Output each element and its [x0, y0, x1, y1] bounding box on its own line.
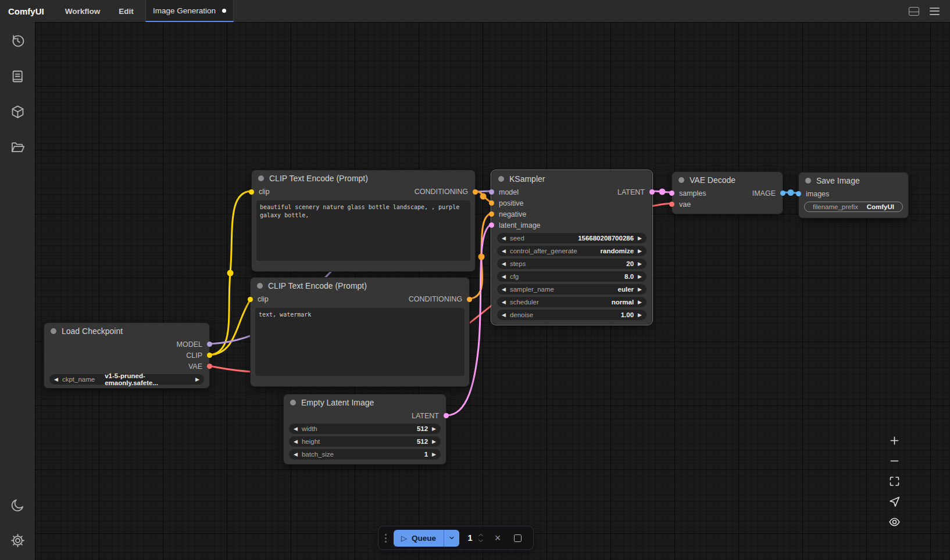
graph-canvas[interactable]: Load Checkpoint MODEL CLIP VAE ◀ ckpt_na…: [35, 22, 950, 560]
increment-arrow-icon[interactable]: ▶: [195, 377, 199, 382]
input-slot-negative[interactable]: [489, 211, 494, 217]
spinner-up-icon[interactable]: [478, 533, 484, 537]
widget-batch-size[interactable]: ◀ batch_size 1 ▶: [289, 449, 441, 460]
decrement-arrow-icon[interactable]: ◀: [502, 313, 506, 318]
node-ksampler[interactable]: KSampler model LATENT positive negative …: [491, 170, 652, 325]
toggle-link-visibility-button[interactable]: [886, 514, 902, 530]
collapse-dot-icon[interactable]: [678, 177, 684, 183]
decrement-arrow-icon[interactable]: ◀: [502, 249, 506, 254]
increment-arrow-icon[interactable]: ▶: [638, 261, 642, 267]
collapse-dot-icon[interactable]: [51, 328, 56, 334]
input-slot-images[interactable]: [796, 191, 801, 196]
sidebar-item-theme-toggle[interactable]: [6, 493, 29, 516]
increment-arrow-icon[interactable]: ▶: [638, 313, 642, 318]
input-slot-positive[interactable]: [489, 200, 494, 206]
decrement-arrow-icon[interactable]: ◀: [294, 452, 298, 457]
node-load-checkpoint[interactable]: Load Checkpoint MODEL CLIP VAE ◀ ckpt_na…: [44, 322, 210, 389]
widget-filename-prefix[interactable]: filename_prefix ComfyUI: [804, 202, 903, 212]
decrement-arrow-icon[interactable]: ◀: [502, 274, 506, 279]
widget-ckpt-name[interactable]: ◀ ckpt_name v1-5-pruned-emaonly.safete..…: [49, 374, 204, 385]
input-slot-model[interactable]: [489, 189, 494, 195]
batch-count-stepper[interactable]: 1: [465, 533, 485, 543]
decrement-arrow-icon[interactable]: ◀: [54, 377, 58, 382]
node-vae-decode[interactable]: VAE Decode samples IMAGE vae: [672, 171, 783, 214]
decrement-arrow-icon[interactable]: ◀: [502, 300, 506, 305]
queue-options-button[interactable]: [444, 530, 459, 547]
node-save-image[interactable]: Save Image images filename_prefix ComfyU…: [798, 172, 909, 218]
link-midpoint-dot[interactable]: [478, 254, 485, 260]
output-slot-latent[interactable]: [444, 413, 449, 418]
decrement-arrow-icon[interactable]: ◀: [294, 426, 298, 432]
increment-arrow-icon[interactable]: ▶: [432, 426, 436, 432]
spinner-down-icon[interactable]: [478, 539, 484, 543]
node-header[interactable]: VAE Decode: [672, 172, 783, 188]
collapse-dot-icon[interactable]: [498, 176, 504, 182]
decrement-arrow-icon[interactable]: ◀: [502, 261, 506, 267]
widget-seed[interactable]: ◀ seed 156680208700286 ▶: [497, 233, 647, 243]
increment-arrow-icon[interactable]: ▶: [638, 249, 642, 254]
widget-cfg[interactable]: ◀ cfg 8.0 ▶: [497, 271, 647, 282]
output-slot-latent[interactable]: [649, 189, 655, 195]
input-slot-samples[interactable]: [669, 191, 674, 196]
link-midpoint-dot[interactable]: [480, 193, 487, 200]
widget-steps[interactable]: ◀ steps 20 ▶: [497, 259, 647, 269]
increment-arrow-icon[interactable]: ▶: [638, 287, 642, 292]
node-header[interactable]: KSampler: [492, 171, 652, 186]
node-clip-text-encode-negative[interactable]: CLIP Text Encode (Prompt) clip CONDITION…: [250, 277, 470, 387]
link-midpoint-dot[interactable]: [788, 189, 794, 196]
output-slot-vae[interactable]: [207, 364, 212, 369]
node-header[interactable]: Load Checkpoint: [44, 323, 209, 339]
input-slot-latent-image[interactable]: [489, 222, 494, 228]
node-header[interactable]: CLIP Text Encode (Prompt): [251, 278, 469, 293]
increment-arrow-icon[interactable]: ▶: [638, 236, 642, 241]
output-slot-conditioning[interactable]: [473, 189, 478, 195]
drag-handle-icon[interactable]: [384, 532, 388, 545]
widget-control-after-generate[interactable]: ◀ control_after_generate randomize ▶: [497, 246, 647, 256]
link-latent-to-vaedecode[interactable]: [652, 191, 672, 192]
increment-arrow-icon[interactable]: ▶: [432, 439, 436, 444]
hamburger-menu-icon[interactable]: [930, 8, 940, 15]
collapse-dot-icon[interactable]: [257, 283, 263, 289]
stop-button[interactable]: [510, 531, 524, 545]
decrement-arrow-icon[interactable]: ◀: [502, 287, 506, 292]
increment-arrow-icon[interactable]: ▶: [638, 300, 642, 305]
panel-toggle-icon[interactable]: [909, 7, 919, 16]
output-slot-conditioning[interactable]: [467, 297, 472, 302]
output-slot-clip[interactable]: [207, 353, 212, 358]
zoom-in-button[interactable]: [886, 432, 902, 448]
widget-width[interactable]: ◀ width 512 ▶: [289, 423, 441, 434]
node-header[interactable]: Save Image: [799, 173, 908, 188]
fit-view-button[interactable]: [886, 473, 902, 489]
collapse-dot-icon[interactable]: [290, 400, 296, 405]
link-midpoint-dot[interactable]: [659, 189, 666, 195]
link-clip-to-negative-encode[interactable]: [210, 299, 251, 355]
prompt-textarea[interactable]: text, watermark: [255, 308, 465, 376]
input-slot-clip[interactable]: [249, 189, 254, 195]
node-empty-latent-image[interactable]: Empty Latent Image LATENT ◀ width 512 ▶ …: [283, 394, 447, 465]
node-clip-text-encode-positive[interactable]: CLIP Text Encode (Prompt) clip CONDITION…: [251, 170, 476, 272]
widget-scheduler[interactable]: ◀ scheduler normal ▶: [497, 297, 647, 307]
output-slot-image[interactable]: [780, 191, 785, 196]
widget-denoise[interactable]: ◀ denoise 1.00 ▶: [497, 310, 647, 320]
increment-arrow-icon[interactable]: ▶: [638, 274, 642, 279]
collapse-dot-icon[interactable]: [258, 175, 264, 181]
zoom-out-button[interactable]: [886, 453, 902, 469]
widget-height[interactable]: ◀ height 512 ▶: [289, 436, 441, 447]
select-mode-button[interactable]: [886, 493, 902, 509]
link-clip-to-positive-encode[interactable]: [210, 191, 251, 355]
sidebar-item-settings[interactable]: [6, 529, 29, 552]
input-slot-vae[interactable]: [669, 202, 674, 207]
link-midpoint-dot[interactable]: [227, 270, 234, 277]
node-header[interactable]: CLIP Text Encode (Prompt): [252, 170, 475, 186]
decrement-arrow-icon[interactable]: ◀: [294, 439, 298, 444]
decrement-arrow-icon[interactable]: ◀: [502, 236, 506, 241]
clear-queue-button[interactable]: ×: [491, 531, 505, 545]
collapse-dot-icon[interactable]: [805, 178, 811, 184]
tab-image-generation[interactable]: Image Generation: [145, 0, 234, 22]
sidebar-item-node-library[interactable]: [6, 64, 29, 88]
input-slot-clip[interactable]: [248, 297, 253, 302]
sidebar-item-model-library[interactable]: [6, 100, 29, 123]
prompt-textarea[interactable]: beautiful scenery nature glass bottle la…: [256, 200, 470, 261]
widget-sampler-name[interactable]: ◀ sampler_name euler ▶: [497, 284, 647, 295]
queue-button[interactable]: ▷ Queue: [394, 530, 444, 547]
